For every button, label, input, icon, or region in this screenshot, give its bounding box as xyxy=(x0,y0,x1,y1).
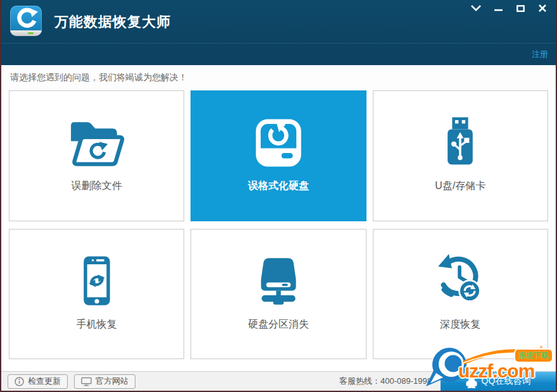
phone-restore-icon xyxy=(9,250,184,313)
check-update-button[interactable]: 检查更新 xyxy=(8,374,68,389)
register-link[interactable]: 注册 xyxy=(532,49,548,60)
drive-partition-icon xyxy=(191,250,365,313)
app-logo-icon xyxy=(10,6,42,36)
prompt-text: 请选择您遇到的问题，我们将竭诚为您解决！ xyxy=(10,72,187,83)
card-phone-recovery[interactable]: 手机恢复 xyxy=(9,229,184,359)
footer-bar: 检查更新 官方网站 客服热线：400-089-1998 QQ在线咨询 xyxy=(1,371,556,391)
usb-drive-icon xyxy=(373,111,548,175)
qq-penguin-icon xyxy=(466,375,477,388)
hotline-text: 客服热线：400-089-1998 xyxy=(339,376,432,387)
card-usb-storage[interactable]: U盘/存储卡 xyxy=(373,90,548,221)
card-label: 误格式化硬盘 xyxy=(191,180,365,193)
official-site-button[interactable]: 官方网站 xyxy=(74,374,135,389)
card-deleted-files[interactable]: 误删除文件 xyxy=(9,90,184,221)
card-deep-recovery[interactable]: 深度恢复 xyxy=(373,229,548,359)
drive-restore-icon xyxy=(191,111,365,175)
titlebar: 万能数据恢复大师 xyxy=(1,0,556,43)
folder-restore-icon xyxy=(9,111,184,175)
monitor-icon xyxy=(81,377,92,386)
close-icon[interactable] xyxy=(537,4,548,13)
card-label: 深度恢复 xyxy=(373,318,548,331)
card-partition-lost[interactable]: 硬盘分区消失 xyxy=(191,229,366,359)
problem-card-grid: 误删除文件 误格式化硬盘 xyxy=(9,90,548,359)
card-formatted-disk[interactable]: 误格式化硬盘 xyxy=(191,90,366,221)
prompt-bar: 请选择您遇到的问题，我们将竭诚为您解决！ xyxy=(1,65,556,90)
register-bar: 注册 xyxy=(1,43,556,65)
deep-recovery-icon xyxy=(373,250,548,313)
app-window: 万能数据恢复大师 注册 请选择您遇到的问题，我们将竭诚为您解决！ xyxy=(0,0,557,392)
card-label: 手机恢复 xyxy=(9,318,184,331)
card-label: U盘/存储卡 xyxy=(373,180,548,193)
card-label: 误删除文件 xyxy=(9,180,184,193)
info-icon xyxy=(15,377,24,386)
minimize-icon[interactable] xyxy=(492,4,504,13)
qq-consult-button[interactable]: QQ在线咨询 xyxy=(441,372,556,391)
card-label: 硬盘分区消失 xyxy=(191,318,365,331)
maximize-icon[interactable] xyxy=(515,4,526,13)
window-title: 万能数据恢复大师 xyxy=(54,13,171,32)
window-controls xyxy=(470,4,548,13)
chevron-down-icon[interactable] xyxy=(470,4,482,13)
